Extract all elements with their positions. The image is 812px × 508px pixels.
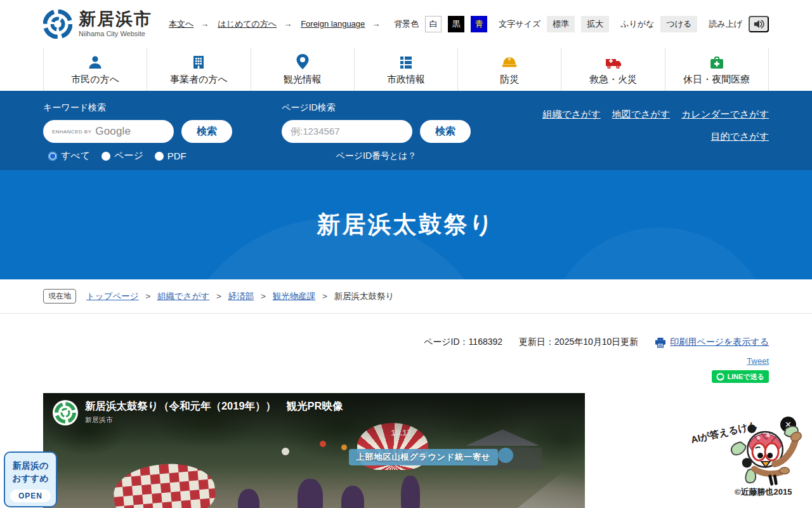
google-brand-text: Google xyxy=(95,125,131,138)
video-title[interactable]: 新居浜太鼓祭り（令和元年（2019年）） 観光PR映像 xyxy=(85,399,343,413)
thumbnail-sign-badge xyxy=(498,448,513,463)
site-header: 新居浜市 Niihama City Website 本文へ → はじめての方へ … xyxy=(0,0,812,48)
radio-dot xyxy=(48,152,57,161)
nav-item-city-info[interactable]: 市政情報 xyxy=(354,48,457,91)
first-time-link[interactable]: はじめての方へ xyxy=(218,18,277,30)
readout-speaker-button[interactable] xyxy=(749,16,769,32)
furigana-on-button[interactable]: つける xyxy=(660,16,697,32)
nav-label: 観光情報 xyxy=(284,74,322,86)
breadcrumb: 現在地 トップページ > 組織でさがす > 経済部 > 観光物産課 > 新居浜太… xyxy=(0,279,812,314)
radio-page[interactable]: ページ xyxy=(102,150,143,162)
page-id-value: ページID：1168392 xyxy=(424,337,502,348)
nav-item-tourism[interactable]: 観光情報 xyxy=(251,48,354,91)
speaker-icon xyxy=(753,19,764,29)
keyword-search-block: キーワード検索 ENHANCED BY Google 検索 すべて ページ PD… xyxy=(43,91,232,170)
thumbnail-balloon xyxy=(282,448,289,455)
channel-avatar[interactable] xyxy=(52,399,79,426)
readout-label: 読み上げ xyxy=(709,18,742,30)
breadcrumb-division[interactable]: 観光物産課 xyxy=(273,291,316,301)
helmet-icon xyxy=(501,53,518,70)
page-id-input[interactable]: 例:1234567 xyxy=(282,120,412,143)
global-nav: 市民の方へ 事業者の方へ 観光情報 市政情報 xyxy=(0,48,812,91)
font-enlarge-button[interactable]: 拡大 xyxy=(581,16,609,32)
mascot-copyright: ©近藤勝也2015 xyxy=(735,486,792,498)
breadcrumb-current-page: 新居浜太鼓祭り xyxy=(334,291,395,301)
radio-dot xyxy=(155,152,164,161)
breadcrumb-dept[interactable]: 経済部 xyxy=(228,291,254,301)
page-id-search-label: ページID検索 xyxy=(282,102,471,114)
nav-label: 事業者の方へ xyxy=(170,74,228,86)
person-icon xyxy=(88,53,103,70)
thumbnail-sign-text: 上部地区山根グラウンド統一寄せ xyxy=(349,449,499,465)
bg-color-label: 背景色 xyxy=(394,18,419,30)
nav-item-citizens[interactable]: 市民の方へ xyxy=(43,48,147,91)
breadcrumb-separator: > xyxy=(216,291,221,301)
search-scope-radios: すべて ページ PDF xyxy=(43,150,232,162)
building-icon xyxy=(191,53,206,70)
nav-item-disaster[interactable]: 防災 xyxy=(457,48,561,91)
video-player[interactable]: 10.17 上部地区山根グラウンド統一寄せ 新居浜太鼓祭り（令和元年（2019年… xyxy=(43,393,585,508)
arrow-icon: → xyxy=(372,19,380,29)
bg-black-button[interactable]: 黒 xyxy=(448,16,464,32)
search-band: キーワード検索 ENHANCED BY Google 検索 すべて ページ PD… xyxy=(0,91,812,170)
recommend-line2: おすすめ xyxy=(12,473,48,483)
page-id-help-link[interactable]: ページID番号とは？ xyxy=(282,150,471,162)
thumbnail-figure xyxy=(298,479,323,508)
site-logo[interactable]: 新居浜市 Niihama City Website xyxy=(43,10,152,39)
page-id-placeholder: 例:1234567 xyxy=(291,126,340,138)
tweet-link[interactable]: Tweet xyxy=(747,356,769,366)
breadcrumb-separator: > xyxy=(261,291,266,301)
keyword-search-input[interactable]: ENHANCED BY Google xyxy=(43,120,174,143)
skip-to-content-link[interactable]: 本文へ xyxy=(169,18,193,30)
keyword-search-button[interactable]: 検索 xyxy=(181,120,232,143)
nav-label: 救急・火災 xyxy=(589,74,637,86)
font-size-label: 文字サイズ xyxy=(499,18,540,30)
recommend-open-tab[interactable]: 新居浜の おすすめ OPEN xyxy=(4,451,57,507)
list-icon xyxy=(398,53,414,70)
arrow-icon: → xyxy=(284,19,292,29)
furigana-label: ふりがな xyxy=(620,18,654,30)
nav-item-holiday-medical[interactable]: 休日・夜間医療 xyxy=(665,48,769,91)
enhanced-by-text: ENHANCED BY xyxy=(52,129,91,135)
font-standard-button[interactable]: 標準 xyxy=(547,16,575,32)
mascot-character[interactable] xyxy=(730,418,803,488)
page-title: 新居浜太鼓祭り xyxy=(0,170,812,279)
current-location-badge: 現在地 xyxy=(43,289,76,304)
find-by-org-link[interactable]: 組織でさがす xyxy=(542,109,600,121)
site-subtitle: Niihama City Website xyxy=(79,30,152,37)
page-id-search-button[interactable]: 検索 xyxy=(420,120,471,143)
map-pin-icon xyxy=(296,53,310,70)
radio-dot xyxy=(102,152,110,161)
hero-banner: 新居浜太鼓祭り xyxy=(0,170,812,279)
radio-all[interactable]: すべて xyxy=(48,150,90,162)
page-meta: ページID：1168392 更新日：2025年10月10日更新 印刷用ページを表… xyxy=(43,337,769,348)
nav-item-emergency[interactable]: 救急・火災 xyxy=(561,48,664,91)
main-content: ページID：1168392 更新日：2025年10月10日更新 印刷用ページを表… xyxy=(0,337,812,508)
breadcrumb-home[interactable]: トップページ xyxy=(86,291,139,301)
printer-icon xyxy=(655,337,666,348)
bg-white-button[interactable]: 白 xyxy=(425,16,442,32)
bg-blue-button[interactable]: 青 xyxy=(471,16,487,32)
nav-label: 防災 xyxy=(500,74,519,86)
video-channel[interactable]: 新居浜市 xyxy=(85,415,343,425)
find-by-calendar-link[interactable]: カレンダーでさがす xyxy=(681,109,769,121)
find-by-purpose-link[interactable]: 目的でさがす xyxy=(711,131,769,142)
line-share-button[interactable]: LINEで送る xyxy=(712,370,769,383)
ambulance-icon xyxy=(605,53,622,70)
nav-item-business[interactable]: 事業者の方へ xyxy=(147,48,250,91)
print-page-link[interactable]: 印刷用ページを表示する xyxy=(655,337,769,348)
quick-links: 組織でさがす 地図でさがす カレンダーでさがす 目的でさがす xyxy=(542,91,769,170)
first-aid-icon xyxy=(709,53,724,70)
city-emblem-icon xyxy=(43,10,72,39)
page: 新居浜市 Niihama City Website 本文へ → はじめての方へ … xyxy=(0,0,812,508)
page-id-search-block: ページID検索 例:1234567 検索 ページID番号とは？ xyxy=(282,91,471,170)
find-by-map-link[interactable]: 地図でさがす xyxy=(612,109,670,121)
updated-date: 更新日：2025年10月10日更新 xyxy=(519,337,638,348)
nav-label: 休日・夜間医療 xyxy=(683,74,750,86)
arrow-icon: → xyxy=(200,19,209,29)
utility-bar: 本文へ → はじめての方へ → Foreign language → 背景色 白… xyxy=(169,16,769,32)
radio-pdf[interactable]: PDF xyxy=(155,150,187,161)
open-button[interactable]: OPEN xyxy=(10,490,51,502)
breadcrumb-org[interactable]: 組織でさがす xyxy=(157,291,209,301)
foreign-language-link[interactable]: Foreign language xyxy=(301,19,365,29)
